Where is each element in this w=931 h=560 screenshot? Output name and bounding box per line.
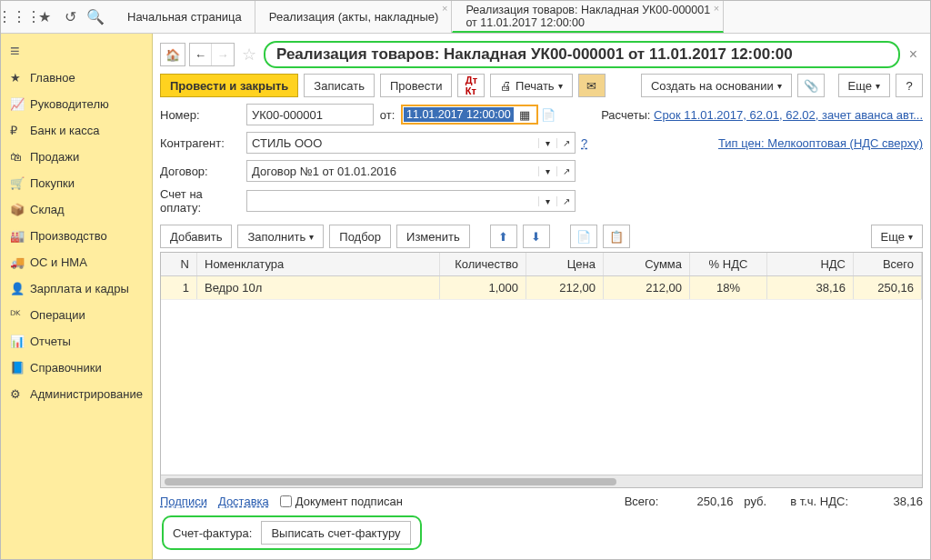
table-row[interactable]: 1Ведро 10л1,000212,00212,0018%38,16250,1… [161,276,922,300]
close-icon[interactable]: × [714,3,719,14]
favorite-icon[interactable]: ☆ [238,45,260,65]
help-icon[interactable]: ? [896,74,923,97]
dt-kt-icon[interactable]: ДтКт [457,74,485,97]
email-icon[interactable]: ✉ [578,74,606,97]
close-icon[interactable]: × [442,3,447,14]
sidebar-icon: ★ [10,71,30,85]
sidebar-item[interactable]: 📦Склад [1,196,152,223]
sidebar-item[interactable]: 🚚ОС и НМА [1,249,152,275]
home-button[interactable]: 🏠 [160,43,185,66]
star-icon[interactable]: ★ [32,5,57,30]
help-link[interactable]: ? [576,136,593,150]
post-and-close-button[interactable]: Провести и закрыть [160,74,298,97]
apps-icon[interactable]: ⋮⋮⋮ [6,5,32,30]
invoice-label: Счет на оплату: [160,187,246,215]
tab-bar: Начальная страница Реализация (акты, нак… [114,1,930,33]
price-type-link[interactable]: Тип цен: Мелкооптовая (НДС сверху) [718,136,923,150]
calc-link[interactable]: Срок 11.01.2017, 62.01, 62.02, зачет ава… [654,108,923,122]
sidebar-item[interactable]: 📈Руководителю [1,91,152,117]
post-flag-icon[interactable]: 📄 [538,108,558,122]
sidebar-item[interactable]: ᴰᴷОперации [1,302,152,328]
save-button[interactable]: Записать [304,74,375,97]
add-button[interactable]: Добавить [160,225,232,248]
open-icon[interactable]: ↗ [556,138,575,148]
dropdown-icon[interactable]: ▾ [538,138,556,148]
sidebar-label: Банк и касса [30,124,100,137]
dropdown-icon[interactable]: ▾ [538,166,556,176]
calc-label: Расчеты: [601,108,650,122]
sidebar-item[interactable]: ⚙Администрирование [1,381,152,407]
sidebar-item[interactable]: 📘Справочники [1,355,152,381]
sidebar-item[interactable]: 👤Зарплата и кадры [1,275,152,302]
copy-icon[interactable]: 📄 [570,225,597,248]
tab-sales[interactable]: Реализация (акты, накладные) × [255,1,453,33]
col-vat[interactable]: НДС [767,253,854,275]
delivery-link[interactable]: Доставка [218,495,269,508]
signed-label: Документ подписан [295,495,403,508]
tab-document[interactable]: Реализация товаров: Накладная УК00-00000… [452,1,724,33]
more-button[interactable]: Еще▾ [838,74,890,97]
sidebar-item[interactable]: 📊Отчеты [1,328,152,355]
sidebar-icon: 📦 [10,203,30,216]
open-icon[interactable]: ↗ [556,196,575,206]
search-icon[interactable]: 🔍 [83,5,108,30]
attachment-icon[interactable]: 📎 [797,74,825,97]
contract-input[interactable]: Договор №1 от 01.01.2016 [247,165,538,178]
more-button[interactable]: Еще▾ [871,225,923,248]
move-down-icon[interactable]: ⬇ [523,225,550,248]
items-table: N Номенклатура Количество Цена Сумма % Н… [160,252,923,488]
sidebar-label: Главное [30,71,75,85]
counterparty-input[interactable]: СТИЛЬ ООО [247,136,538,150]
sidebar-icon: 📊 [10,335,30,348]
menu-icon[interactable]: ≡ [1,37,152,65]
open-icon[interactable]: ↗ [556,166,575,176]
move-up-icon[interactable]: ⬆ [490,225,517,248]
col-sum[interactable]: Сумма [604,253,690,275]
signed-checkbox[interactable] [280,495,292,507]
sidebar-item[interactable]: 🛍Продажи [1,144,152,170]
create-invoice-factura-button[interactable]: Выписать счет-фактуру [261,521,410,545]
sidebar-icon: 🛍 [10,150,30,164]
col-price[interactable]: Цена [526,253,604,275]
horizontal-scrollbar[interactable] [161,475,922,487]
printer-icon: 🖨 [500,79,512,93]
fill-button[interactable]: Заполнить▾ [237,225,324,248]
signatures-link[interactable]: Подписи [160,495,207,508]
sidebar-item[interactable]: ₽Банк и касса [1,117,152,144]
back-button[interactable]: ← [190,44,212,65]
sidebar-icon: ᴰᴷ [10,308,30,322]
close-icon[interactable]: × [904,46,923,63]
sidebar-label: Производство [30,229,107,243]
date-input[interactable]: 11.01.2017 12:00:00 [404,107,514,122]
col-nomenclature[interactable]: Номенклатура [197,253,440,275]
sidebar-label: Отчеты [30,335,71,348]
edit-button[interactable]: Изменить [396,225,470,248]
col-total[interactable]: Всего [854,253,922,275]
calendar-icon[interactable]: ▦ [514,108,536,122]
sidebar-icon: ₽ [10,124,30,137]
sidebar-label: Продажи [30,150,79,164]
tab-label-line2: от 11.01.2017 12:00:00 [466,16,710,29]
print-button[interactable]: 🖨 Печать▾ [490,74,572,97]
dropdown-icon[interactable]: ▾ [538,196,556,206]
create-from-button[interactable]: Создать на основании▾ [641,74,792,97]
post-button[interactable]: Провести [380,74,453,97]
tab-home[interactable]: Начальная страница [114,1,255,33]
vat-label: в т.ч. НДС: [790,495,848,508]
col-vatpercent[interactable]: % НДС [690,253,767,275]
col-qty[interactable]: Количество [440,253,526,275]
sidebar-icon: ⚙ [10,387,30,401]
date-field[interactable]: 11.01.2017 12:00:00 ▦ [401,105,538,125]
pick-button[interactable]: Подбор [329,225,391,248]
forward-button[interactable]: → [212,44,234,65]
sidebar-item[interactable]: 🏭Производство [1,223,152,249]
sidebar-item[interactable]: ★Главное [1,65,152,91]
history-icon[interactable]: ↺ [57,5,83,30]
sidebar-item[interactable]: 🛒Покупки [1,170,152,196]
total-label: Всего: [625,495,659,508]
tab-label: Реализация (акты, накладные) [269,10,439,24]
paste-icon[interactable]: 📋 [603,225,630,248]
col-n[interactable]: N [161,253,197,275]
sidebar-label: Покупки [30,176,75,190]
number-input[interactable]: УК00-000001 [246,104,374,125]
